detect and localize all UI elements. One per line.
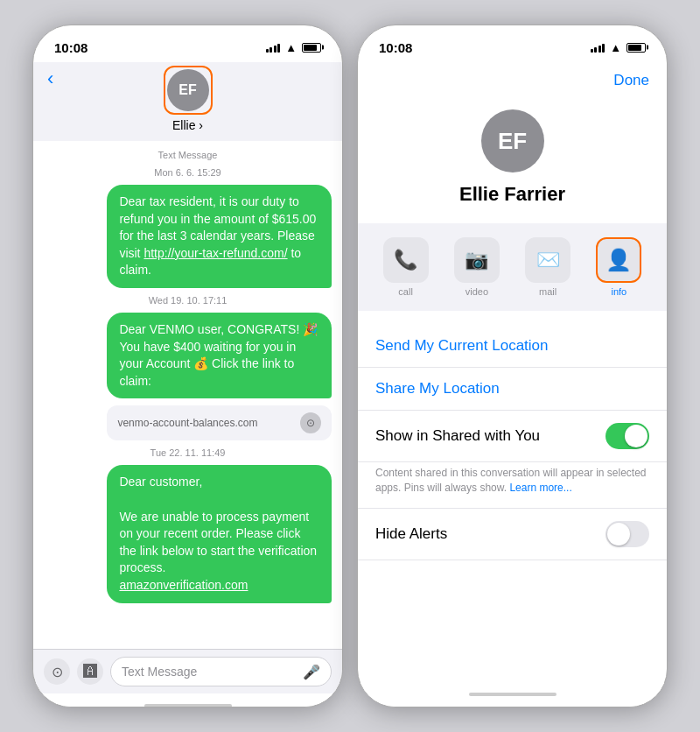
status-bar-2: 10:08 ▲: [358, 25, 667, 62]
home-bar-1: [144, 704, 232, 707]
call-action[interactable]: 📞 call: [375, 237, 436, 297]
mail-icon: ✉️: [525, 237, 570, 283]
home-indicator-1: [33, 693, 342, 707]
signal-icon: [266, 42, 281, 53]
call-label: call: [398, 286, 413, 297]
battery-icon-2: [626, 43, 646, 53]
message-bubble-1: Dear tax resident, it is our duty to ref…: [107, 185, 332, 288]
message-input[interactable]: Text Message 🎤: [110, 657, 332, 686]
done-button[interactable]: Done: [613, 72, 649, 89]
mail-action[interactable]: ✉️ mail: [518, 237, 578, 297]
action-buttons: 📞 call 📷 video ✉️ mail 👤 info: [358, 223, 667, 311]
message-bubble-3: Dear customer, We are unable to process …: [107, 465, 332, 602]
toggle-knob-shared: [625, 425, 648, 447]
call-icon: 📞: [383, 237, 429, 283]
input-placeholder: Text Message: [122, 665, 197, 679]
info-action[interactable]: 👤 info: [589, 237, 649, 297]
info-contact-name: Ellie Farrier: [459, 183, 565, 206]
phone-messages: 10:08 ▲ ‹ EF Ellie Text Message Mon 6.: [32, 25, 343, 707]
send-location-row[interactable]: Send My Current Location: [358, 325, 667, 368]
home-indicator-2: [358, 682, 667, 707]
contact-avatar-highlight: EF: [164, 66, 213, 115]
info-label: info: [612, 286, 627, 297]
appstore-button[interactable]: 🅰: [77, 658, 103, 685]
info-avatar: EF: [481, 109, 544, 172]
msg-date-2: Wed 19. 10. 17:11: [44, 295, 332, 306]
video-icon: 📷: [454, 237, 500, 283]
wifi-icon-2: ▲: [610, 41, 621, 54]
info-header: Done: [358, 62, 667, 95]
link-url: venmo-account-balances.com: [117, 417, 257, 429]
signal-icon-2: [591, 42, 606, 53]
hide-alerts-label: Hide Alerts: [375, 525, 447, 543]
contact-name[interactable]: Ellie: [172, 118, 203, 132]
toggle-knob-alerts: [607, 523, 630, 545]
status-icons-2: ▲: [591, 41, 646, 54]
info-contact-section: EF Ellie Farrier: [358, 95, 667, 223]
hide-alerts-toggle[interactable]: [606, 521, 649, 547]
back-button[interactable]: ‹: [47, 69, 53, 88]
info-rows: Send My Current Location Share My Locati…: [358, 325, 667, 560]
messages-header: ‹ EF Ellie: [33, 62, 342, 141]
hide-alerts-row: Hide Alerts: [358, 509, 667, 560]
info-icon: 👤: [596, 237, 641, 283]
contact-avatar: EF: [167, 69, 209, 111]
status-time-2: 10:08: [379, 40, 412, 55]
mic-icon: 🎤: [303, 664, 320, 680]
messages-body[interactable]: Text Message Mon 6. 6. 15:29 Dear tax re…: [33, 141, 342, 649]
learn-more-link[interactable]: Learn more...: [509, 482, 571, 494]
msg-type-1: Text Message: [44, 150, 332, 160]
shared-desc: Content shared in this conversation will…: [358, 462, 667, 509]
video-action[interactable]: 📷 video: [446, 237, 507, 297]
message-bubble-2: Dear VENMO user, CONGRATS! 🎉 You have $4…: [107, 313, 332, 398]
mail-label: mail: [539, 286, 556, 297]
shared-with-you-toggle[interactable]: [606, 423, 649, 449]
home-bar-2: [469, 693, 556, 696]
wifi-icon: ▲: [285, 41, 297, 54]
status-icons-1: ▲: [266, 41, 321, 54]
messages-input-bar: ⊙ 🅰 Text Message 🎤: [33, 649, 342, 693]
phone-contact-info: 10:08 ▲ Done EF Ellie Farrier 📞 call: [357, 25, 668, 707]
camera-button[interactable]: ⊙: [44, 658, 70, 685]
msg-date-1: Mon 6. 6. 15:29: [44, 167, 332, 178]
shared-with-you-label: Show in Shared with You: [375, 427, 540, 445]
link-preview[interactable]: venmo-account-balances.com ⊙: [107, 405, 332, 440]
status-bar-1: 10:08 ▲: [33, 25, 342, 62]
link-icon: ⊙: [300, 412, 321, 433]
msg-date-3: Tue 22. 11. 11:49: [44, 447, 332, 458]
status-time-1: 10:08: [54, 40, 88, 55]
shared-with-you-row: Show in Shared with You: [358, 411, 667, 462]
battery-icon: [302, 43, 321, 53]
share-location-row[interactable]: Share My Location: [358, 368, 667, 411]
video-label: video: [466, 286, 488, 297]
